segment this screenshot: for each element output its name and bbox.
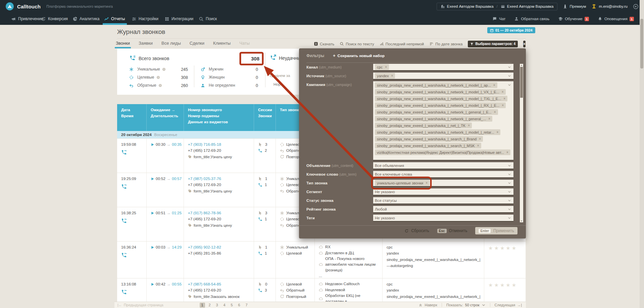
filter-chip[interactable]: sinoby_prodaja_new_exeed_|_warshavka_|_n…	[375, 123, 472, 128]
remove-chip-icon[interactable]: ×	[477, 144, 479, 147]
remove-chip-icon[interactable]: ×	[479, 137, 481, 141]
panel-scrollbar[interactable]: ▲ ▼	[520, 64, 523, 222]
date-range-button[interactable]: 01 — 20 октября 2024	[487, 27, 535, 33]
tab-звонки[interactable]: Звонки	[116, 41, 130, 48]
caller-number-link[interactable]: +7 (987) 025-37-76	[188, 176, 250, 182]
caller-number-link[interactable]: +7 (995) 902-12-82	[188, 244, 250, 250]
page-scrollbar[interactable]	[640, 0, 644, 308]
selected-params-button[interactable]: Выбрано параметров: 4	[468, 41, 518, 47]
table-column-header[interactable]: Ожидание →Длительность	[147, 104, 184, 131]
filter-chip[interactable]: sinoby_prodaja_new_exeed_|_warshavka_|_n…	[375, 109, 498, 115]
remove-chip-icon[interactable]: ×	[391, 74, 393, 78]
caller-number-link[interactable]: +7 (917) 862-78-96	[188, 210, 250, 216]
page-number-4[interactable]: 4	[222, 303, 227, 308]
filter-input-2[interactable]: yandex×	[373, 73, 513, 80]
filter-chip[interactable]: sinoby_prodaja_new_exeed_|_warshavka_|_n…	[375, 82, 497, 88]
table-column-header[interactable]: Номер звонящегоНомер подменыДанные из ви…	[184, 104, 254, 131]
page-number-3[interactable]: 3	[214, 303, 220, 308]
nav-item-5[interactable]: Настройки	[132, 13, 158, 25]
nav-item-7[interactable]: Поиск	[199, 13, 217, 25]
tab-клиенты[interactable]: Клиенты	[213, 41, 231, 48]
filter-chip[interactable]: sinoby_prodaja_new_exeed_|_warshavka_|_n…	[375, 116, 492, 122]
rating-stars[interactable]: ★★★★★	[488, 281, 522, 289]
save-filter-set-button[interactable]: + Сохранить новый набор	[333, 53, 385, 58]
toolbar-button[interactable]: Последний непрямой	[380, 42, 424, 46]
nav-utility-item[interactable]: Оповещения1	[598, 16, 634, 21]
nav-utility-item[interactable]: Обучение1	[558, 16, 589, 21]
filter-input-5[interactable]: Все ключевые слова	[373, 171, 513, 178]
logout-icon[interactable]	[633, 4, 639, 9]
filter-input-3[interactable]: sinoby_prodaja_new_exeed_|_warshavka_|_n…	[373, 81, 513, 161]
page-number-2[interactable]: 2	[207, 303, 212, 308]
nav-item-1[interactable]: Привлечение	[11, 13, 43, 25]
page-number-5[interactable]: 5	[229, 303, 235, 308]
scroll-down-icon[interactable]: ▼	[520, 220, 523, 222]
nav-utility-item[interactable]: Чат	[492, 16, 505, 21]
remove-chip-icon[interactable]: ×	[506, 150, 508, 154]
tab-чаты[interactable]: Чаты	[239, 41, 250, 48]
tab-все-лиды[interactable]: Все лиды	[161, 41, 181, 48]
filter-chip[interactable]: sinoby_prodaja_new_exeed_|_warshavka_|_s…	[375, 143, 481, 148]
table-column-header[interactable]: СессииЗвонки	[254, 104, 276, 131]
talk-time[interactable]: 14:29	[172, 244, 182, 250]
panel-scrollbar-thumb[interactable]	[520, 67, 523, 98]
remove-chip-icon[interactable]: ×	[468, 124, 470, 127]
filter-input-7[interactable]: Не указано	[373, 188, 513, 195]
filter-chip[interactable]: sinoby_prodaja_new_exeed_|_warshavka_|_s…	[375, 136, 483, 142]
filter-input-4[interactable]: Все объявления	[373, 162, 513, 169]
account-item[interactable]: Exeed Автодом Варшавка	[441, 4, 494, 9]
remove-chip-icon[interactable]: ×	[493, 83, 495, 87]
filter-input-6[interactable]: уникально-целевые звонки×	[373, 180, 513, 187]
talk-time[interactable]: 00:55	[172, 281, 182, 287]
brand[interactable]: Calltouch Платформа омниканального марке…	[5, 2, 113, 11]
scroll-to-top-button[interactable]: Наверх	[418, 303, 437, 307]
filter-chip[interactable]: cpc×	[375, 64, 389, 70]
remove-chip-icon[interactable]: ×	[502, 90, 504, 94]
page-number-1[interactable]: 1	[200, 303, 205, 308]
filter-input-9[interactable]: Любой	[373, 206, 513, 213]
filter-chip[interactable]: sinoby_prodaja_new_exeed_|_warshavka_|_n…	[375, 96, 507, 101]
remove-chip-icon[interactable]: ×	[494, 110, 496, 114]
page-number-7[interactable]: 7	[244, 303, 249, 308]
nav-utility-item[interactable]: Обратная связь	[514, 16, 549, 21]
talk-time[interactable]: 00:35	[172, 141, 182, 147]
filter-input-1[interactable]: cpc×	[373, 64, 513, 71]
account-switcher[interactable]: Exeed Автодом Варшавка/Exeed Автодом Вар…	[437, 3, 558, 10]
filter-chip[interactable]: sinoby_prodaja_new_exeed_|_warshavka_|_n…	[375, 129, 500, 135]
talk-time[interactable]: 00:57	[172, 176, 182, 182]
rating-stars[interactable]: ★★★★★	[488, 244, 522, 252]
remove-chip-icon[interactable]: ×	[502, 103, 504, 107]
filter-chip[interactable]: sinoby_prodaja_new_exeed_|_warshavka_|_n…	[375, 89, 506, 95]
caller-number-link[interactable]: +7 (987) 668-54-85	[188, 281, 250, 287]
nav-item-2[interactable]: Конверсия	[41, 13, 68, 25]
prev-page-button[interactable]: |← Предыдущая страница	[117, 303, 163, 307]
remove-chip-icon[interactable]: ×	[503, 97, 505, 100]
page-scrollbar-thumb[interactable]	[640, 19, 643, 69]
page-number-6[interactable]: 6	[237, 303, 242, 308]
next-page-button[interactable]: Следующая →|	[495, 303, 522, 307]
toolbar-button[interactable]: Поиск по тексту	[340, 42, 374, 46]
filter-input-8[interactable]: Все статусы	[373, 197, 513, 204]
nav-item-6[interactable]: Интеграции	[164, 13, 193, 25]
rows-per-page-select[interactable]: Показать: 50 строк	[446, 303, 486, 307]
toolbar-button[interactable]: По дате звонка	[429, 42, 462, 46]
cancel-filters-button[interactable]: Esc Отменить	[437, 228, 467, 233]
talk-time[interactable]: 01:25	[172, 210, 182, 216]
filter-chip[interactable]: sinoby_prodaja_new_exeed_|_warshavka_|_n…	[375, 102, 506, 108]
premium-link[interactable]: Премиум	[563, 4, 586, 9]
nav-item-3[interactable]: Аналитика	[72, 13, 99, 25]
user-menu[interactable]: m.eni@sinoby.ru	[591, 4, 628, 9]
filter-chip[interactable]: vizitka|Контекстная реклама|Яндекс Дирек…	[375, 149, 510, 155]
filter-chip[interactable]: уникально-целевые звонки×	[375, 180, 430, 186]
close-filters-button[interactable]: ×	[523, 41, 526, 47]
remove-chip-icon[interactable]: ×	[497, 130, 499, 134]
remove-chip-icon[interactable]: ×	[426, 181, 428, 185]
filter-chip[interactable]: yandex×	[375, 73, 395, 79]
reset-filters-button[interactable]: Сбросить	[404, 228, 429, 233]
tab-заявки[interactable]: Заявки	[139, 41, 153, 48]
account-item[interactable]: Exeed Автодом Варшавка	[501, 4, 554, 9]
apply-filters-button[interactable]: Enter Применить	[475, 227, 517, 234]
remove-chip-icon[interactable]: ×	[385, 65, 387, 69]
remove-chip-icon[interactable]: ×	[488, 117, 490, 121]
table-column-header[interactable]: ДатаВремя	[117, 104, 147, 131]
